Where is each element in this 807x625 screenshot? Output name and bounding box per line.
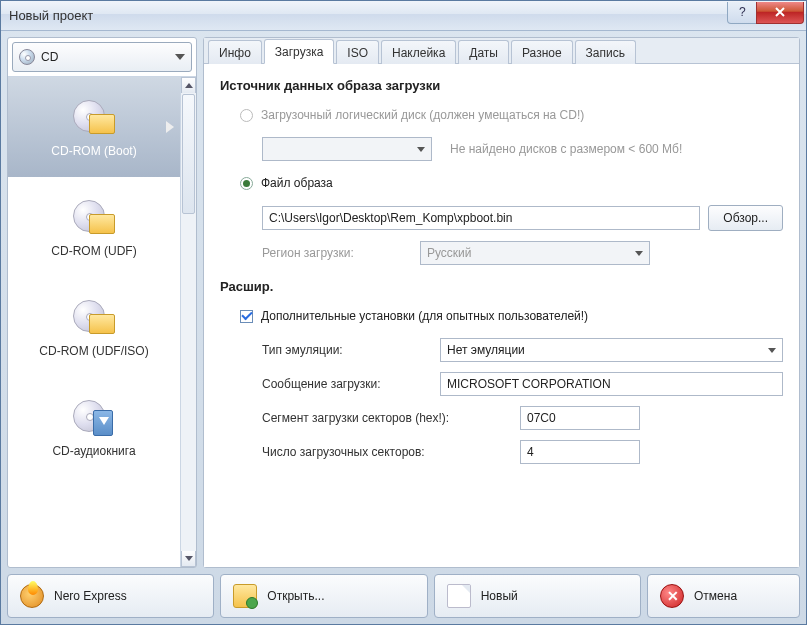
chevron-up-icon: [185, 83, 193, 88]
window-title: Новый проект: [9, 8, 728, 23]
emulation-type-value: Нет эмуляции: [447, 343, 525, 357]
logical-disk-combo: [262, 137, 432, 161]
project-icon: [73, 196, 115, 238]
browse-button[interactable]: Обзор...: [708, 205, 783, 231]
emulation-type-label: Тип эмуляции:: [262, 343, 432, 357]
bottom-bar: Nero Express Открыть... Новый Отмена: [7, 574, 800, 618]
cancel-label: Отмена: [694, 589, 737, 603]
tab-misc[interactable]: Разное: [511, 40, 573, 64]
tab-dates[interactable]: Даты: [458, 40, 509, 64]
cancel-icon: [660, 584, 684, 608]
tab-label[interactable]: Наклейка: [381, 40, 456, 64]
project-item-label: CD-ROM (UDF/ISO): [39, 344, 148, 358]
chevron-down-icon: [768, 348, 776, 353]
emulation-type-combo[interactable]: Нет эмуляции: [440, 338, 783, 362]
open-button[interactable]: Открыть...: [220, 574, 427, 618]
help-button[interactable]: ?: [727, 2, 757, 24]
boot-message-label: Сообщение загрузки:: [262, 377, 432, 391]
scroll-thumb[interactable]: [182, 94, 195, 214]
boot-message-value: MICROSOFT CORPORATION: [447, 377, 611, 391]
boot-message-input[interactable]: MICROSOFT CORPORATION: [440, 372, 783, 396]
window-buttons: ?: [728, 2, 804, 24]
tabs: Инфо Загрузка ISO Наклейка Даты Разное З…: [204, 38, 799, 64]
nero-express-button[interactable]: Nero Express: [7, 574, 214, 618]
disc-type-label: CD: [41, 50, 169, 64]
radio-boot-logical-disk-label: Загрузочный логический диск (должен умещ…: [261, 108, 584, 122]
load-segment-label: Сегмент загрузки секторов (hex!):: [262, 411, 512, 425]
advanced-checkbox[interactable]: [240, 310, 253, 323]
new-icon: [447, 584, 471, 608]
open-icon: [233, 584, 257, 608]
load-segment-value: 07C0: [527, 411, 556, 425]
scroll-up-button[interactable]: [181, 77, 196, 93]
window: Новый проект ? CD: [0, 0, 807, 625]
open-label: Открыть...: [267, 589, 324, 603]
project-item-cd-audiobook[interactable]: CD-аудиокнига: [8, 377, 180, 477]
sector-count-value: 4: [527, 445, 534, 459]
window-body: CD CD-ROM (Boot) CD-ROM (UDF): [1, 31, 806, 624]
titlebar: Новый проект ?: [1, 1, 806, 31]
tab-boot[interactable]: Загрузка: [264, 39, 335, 64]
project-icon: [73, 96, 115, 138]
radio-image-file[interactable]: [240, 177, 253, 190]
left-column: CD CD-ROM (Boot) CD-ROM (UDF): [7, 37, 197, 568]
project-item-cdrom-udf[interactable]: CD-ROM (UDF): [8, 177, 180, 277]
radio-boot-logical-disk: [240, 109, 253, 122]
advanced-heading: Расшир.: [220, 279, 783, 294]
disc-icon: [19, 49, 35, 65]
sector-count-input[interactable]: 4: [520, 440, 640, 464]
chevron-down-icon: [635, 251, 643, 256]
chevron-down-icon: [175, 54, 185, 60]
chevron-down-icon: [417, 147, 425, 152]
radio-image-file-label: Файл образа: [261, 176, 333, 190]
project-item-cdrom-udfiso[interactable]: CD-ROM (UDF/ISO): [8, 277, 180, 377]
cancel-button[interactable]: Отмена: [647, 574, 800, 618]
project-icon: [73, 396, 115, 438]
project-item-label: CD-ROM (Boot): [51, 144, 136, 158]
new-button[interactable]: Новый: [434, 574, 641, 618]
new-label: Новый: [481, 589, 518, 603]
boot-region-label: Регион загрузки:: [262, 246, 412, 260]
image-file-path-value: C:\Users\Igor\Desktop\Rem_Komp\xpboot.bi…: [269, 211, 512, 225]
work-row: CD CD-ROM (Boot) CD-ROM (UDF): [7, 37, 800, 568]
project-icon: [73, 296, 115, 338]
boot-region-value: Русский: [427, 246, 472, 260]
boot-source-heading: Источник данных образа загрузки: [220, 78, 783, 93]
scroll-down-button[interactable]: [181, 551, 196, 567]
chevron-down-icon: [185, 556, 193, 561]
boot-region-combo: Русский: [420, 241, 650, 265]
scrollbar[interactable]: [180, 77, 196, 567]
right-column: Инфо Загрузка ISO Наклейка Даты Разное З…: [203, 37, 800, 568]
no-disks-message: Не найдено дисков с размером < 600 Мб!: [450, 142, 682, 156]
tab-info[interactable]: Инфо: [208, 40, 262, 64]
sector-count-label: Число загрузочных секторов:: [262, 445, 512, 459]
tab-iso[interactable]: ISO: [336, 40, 379, 64]
load-segment-input[interactable]: 07C0: [520, 406, 640, 430]
help-icon: ?: [736, 6, 748, 18]
close-button[interactable]: [756, 2, 804, 24]
tab-content: Источник данных образа загрузки Загрузоч…: [204, 64, 799, 567]
disc-type-select[interactable]: CD: [12, 42, 192, 72]
project-item-label: CD-аудиокнига: [52, 444, 135, 458]
project-list: CD-ROM (Boot) CD-ROM (UDF) CD-ROM (UDF/I…: [8, 76, 196, 567]
svg-text:?: ?: [739, 6, 746, 18]
nero-express-label: Nero Express: [54, 589, 127, 603]
nero-icon: [20, 584, 44, 608]
tab-burn[interactable]: Запись: [575, 40, 636, 64]
image-file-path-input[interactable]: C:\Users\Igor\Desktop\Rem_Komp\xpboot.bi…: [262, 206, 700, 230]
close-icon: [774, 6, 786, 18]
project-item-cdrom-boot[interactable]: CD-ROM (Boot): [8, 77, 180, 177]
advanced-checkbox-label: Дополнительные установки (для опытных по…: [261, 309, 588, 323]
project-item-label: CD-ROM (UDF): [51, 244, 136, 258]
